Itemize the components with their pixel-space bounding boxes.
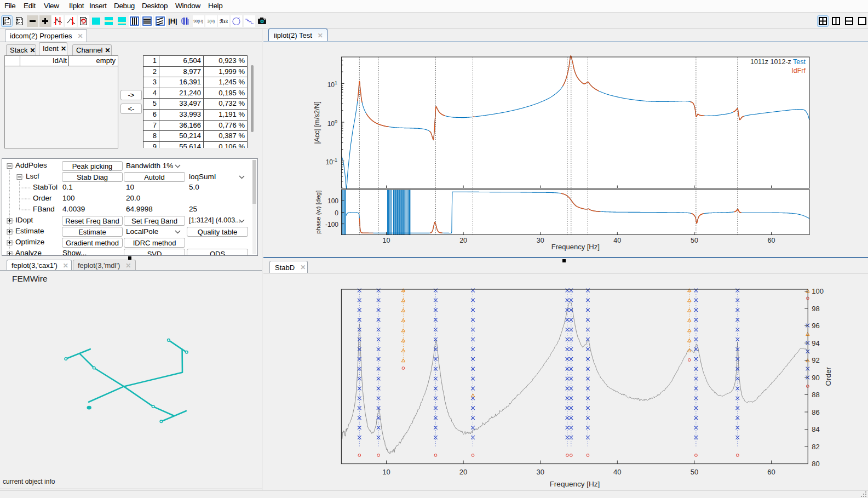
svg-text:Frequency [Hz]: Frequency [Hz] <box>551 243 600 251</box>
svg-text:50: 50 <box>691 468 698 476</box>
svg-text:82: 82 <box>812 443 819 451</box>
svg-text:40: 40 <box>613 237 621 244</box>
svg-text:10-1: 10-1 <box>326 157 337 166</box>
svg-text:80: 80 <box>812 460 819 468</box>
svg-text:40: 40 <box>613 468 621 476</box>
svg-text:Frequency [Hz]: Frequency [Hz] <box>550 480 600 488</box>
svg-text:84: 84 <box>812 425 819 433</box>
svg-text:20: 20 <box>459 468 467 476</box>
svg-text:94: 94 <box>812 339 819 347</box>
svg-text:1011z 1012-z Test: 1011z 1012-z Test <box>750 58 806 66</box>
svg-text:10: 10 <box>382 468 390 476</box>
svg-text:86: 86 <box>812 408 819 416</box>
svg-text:50: 50 <box>691 237 698 244</box>
svg-text:60: 60 <box>767 468 775 476</box>
svg-text:30: 30 <box>536 468 544 476</box>
svg-text:30: 30 <box>537 237 544 244</box>
svg-text:10: 10 <box>383 237 390 244</box>
svg-text:Order: Order <box>824 367 832 386</box>
svg-text:60: 60 <box>768 237 775 244</box>
svg-text:100: 100 <box>327 119 337 128</box>
svg-text:88: 88 <box>812 391 819 399</box>
svg-text:20: 20 <box>459 237 467 244</box>
svg-text:101: 101 <box>327 80 337 89</box>
svg-text:98: 98 <box>812 305 819 313</box>
svg-text:I: I <box>4 18 6 22</box>
svg-text:100: 100 <box>327 197 338 205</box>
svg-text:100: 100 <box>812 287 824 295</box>
svg-text:92: 92 <box>812 356 819 364</box>
svg-text:-100: -100 <box>325 221 338 228</box>
svg-text:96: 96 <box>812 322 819 330</box>
svg-text:phase (w) [deg]: phase (w) [deg] <box>315 191 321 234</box>
svg-text:|Acc| [m/s2/N]: |Acc| [m/s2/N] <box>313 101 321 144</box>
svg-text:IdFrf: IdFrf <box>791 67 806 75</box>
svg-text:90: 90 <box>812 374 819 382</box>
svg-text:0: 0 <box>335 209 338 217</box>
